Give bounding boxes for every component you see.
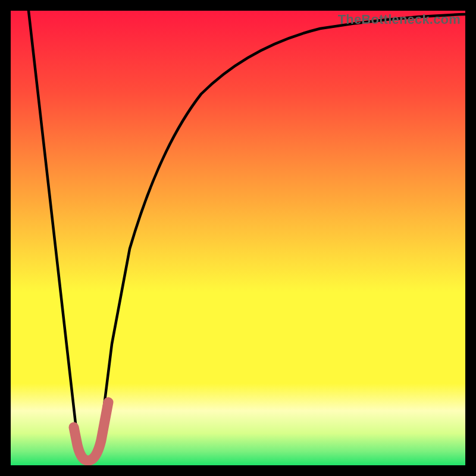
chart-frame: TheBottleneck.com	[0, 0, 476, 476]
bottleneck-curve	[29, 11, 465, 458]
watermark-text: TheBottleneck.com	[338, 12, 461, 27]
plot-area: TheBottleneck.com	[11, 11, 465, 465]
optimal-marker	[74, 402, 108, 461]
curve-layer	[11, 11, 465, 465]
